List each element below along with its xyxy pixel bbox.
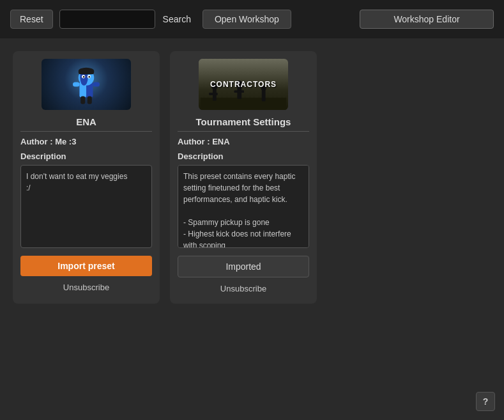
card-ena-description-label: Description bbox=[20, 152, 66, 161]
reset-button[interactable]: Reset bbox=[10, 10, 53, 29]
card-tournament-description-label: Description bbox=[178, 152, 224, 161]
open-workshop-button[interactable]: Open Workshop bbox=[202, 10, 291, 29]
svg-rect-17 bbox=[209, 93, 217, 95]
card-tournament: CONTRACTORS Tournament Settings Author :… bbox=[170, 51, 317, 304]
card-ena-author: Author : Me :3 bbox=[20, 137, 76, 146]
svg-rect-20 bbox=[234, 90, 244, 93]
card-ena-title: ENA bbox=[20, 116, 152, 132]
unsubscribe-tournament-button[interactable]: Unsubscribe bbox=[178, 281, 309, 296]
workshop-editor-button[interactable]: Workshop Editor bbox=[360, 10, 494, 29]
search-label: Search bbox=[163, 14, 191, 24]
card-ena: ENA Author : Me :3 Description I don't w… bbox=[13, 51, 160, 304]
svg-point-6 bbox=[83, 76, 85, 78]
svg-rect-9 bbox=[79, 70, 95, 74]
svg-point-7 bbox=[89, 76, 91, 78]
svg-rect-13 bbox=[88, 96, 92, 104]
card-tournament-title: Tournament Settings bbox=[178, 116, 309, 132]
main-content: ENA Author : Me :3 Description I don't w… bbox=[0, 38, 504, 316]
svg-rect-21 bbox=[262, 90, 266, 101]
tournament-title-overlay: CONTRACTORS bbox=[210, 80, 277, 89]
import-preset-button[interactable]: Import preset bbox=[20, 256, 152, 276]
svg-rect-10 bbox=[73, 82, 80, 87]
ena-character-icon bbox=[64, 62, 109, 107]
card-tournament-image: CONTRACTORS bbox=[199, 59, 288, 110]
unsubscribe-ena-button[interactable]: Unsubscribe bbox=[20, 280, 152, 295]
help-button[interactable]: ? bbox=[476, 392, 495, 411]
svg-rect-12 bbox=[80, 96, 85, 104]
card-ena-description-text: I don't want to eat my veggies:/ bbox=[20, 165, 152, 248]
card-tournament-description-text: This preset contains every haptic settin… bbox=[178, 165, 309, 248]
card-ena-image bbox=[42, 59, 131, 110]
top-bar: Reset Search Open Workshop Workshop Edit… bbox=[0, 0, 504, 38]
card-tournament-author: Author : ENA bbox=[178, 137, 230, 146]
search-input[interactable] bbox=[59, 10, 155, 29]
imported-status-badge: Imported bbox=[178, 256, 309, 277]
svg-rect-11 bbox=[93, 82, 100, 87]
